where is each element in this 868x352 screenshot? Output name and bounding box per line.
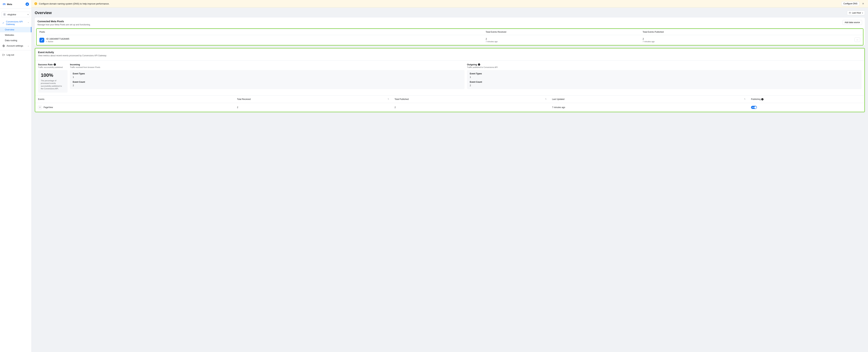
pixel-connection-icon: [39, 38, 44, 42]
svg-point-2: [39, 107, 39, 107]
toggle-label: ON: [752, 107, 754, 108]
sidebar-header: Meta: [0, 0, 31, 8]
user-avatar-icon[interactable]: [26, 2, 29, 6]
event-name: PageView: [43, 106, 53, 109]
gear-icon: [2, 45, 5, 47]
incoming-label: Incoming: [70, 63, 80, 66]
pixel-status: Active: [48, 40, 53, 42]
more-actions-button[interactable]: ···: [855, 37, 860, 42]
dns-banner: ! Configure domain naming system (DNS) t…: [32, 0, 868, 7]
chevron-up-icon: ⌃: [28, 22, 29, 24]
pixel-id: ID 1683499771828485: [46, 37, 69, 40]
sort-icon[interactable]: ⇅: [744, 98, 745, 100]
outgoing-label: Outgoing: [467, 63, 477, 66]
nav-overview[interactable]: Overview: [0, 27, 31, 32]
col-total-received: Total Received: [237, 98, 251, 100]
received-time: 7 minutes ago: [486, 40, 637, 42]
pixel-row: ID 1683499771828485 Active 2 7 minutes a…: [37, 35, 863, 45]
published-value: 2: [643, 37, 794, 40]
info-icon[interactable]: i: [761, 98, 764, 100]
sort-icon[interactable]: ⇅: [545, 98, 547, 100]
info-icon[interactable]: i: [54, 63, 56, 66]
nav-conversions-api-gateway[interactable]: Conversions API Gateway ⌃: [0, 19, 31, 27]
account-selector[interactable]: E elxglokw ▾: [1, 12, 30, 17]
incoming-desc: Traffic received from browser Pixels: [70, 66, 465, 68]
publishing-toggle[interactable]: ON: [751, 106, 757, 109]
pixels-table: Pixels Total Events Received Total Event…: [37, 29, 863, 45]
incoming-types-label: Event Types: [73, 72, 462, 75]
meta-logo: Meta: [2, 2, 12, 6]
event-updated: 7 minutes ago: [549, 103, 748, 112]
configure-dns-button[interactable]: Configure DNS: [841, 1, 859, 6]
success-rate-desc: Traffic successfully published: [38, 66, 67, 68]
banner-text: Configure domain naming system (DNS) to …: [39, 2, 110, 5]
rocket-icon: [2, 22, 4, 24]
success-rate-box-desc: The percentage of processed events succe…: [41, 79, 65, 90]
calendar-icon: [849, 12, 851, 14]
time-range-selector[interactable]: Last Hour ▾: [847, 10, 865, 15]
connected-pixels-card: Connected Meta Pixels Manage how your Me…: [35, 18, 865, 46]
account-name: elxglokw: [7, 13, 26, 16]
logout-button[interactable]: Log out: [0, 52, 31, 58]
activity-title: Event Activity: [38, 51, 862, 54]
outgoing-types-value: 1: [470, 76, 859, 78]
nav-websites[interactable]: Websites: [0, 32, 31, 38]
outgoing-types-label: Event Types: [470, 72, 859, 75]
event-published: 2: [392, 103, 549, 112]
close-icon[interactable]: ✕: [861, 2, 865, 5]
chevron-down-icon: ⌄: [28, 45, 29, 47]
time-range-label: Last Hour: [852, 12, 861, 14]
col-published: Total Events Published: [640, 29, 797, 35]
nav-data-routing[interactable]: Data routing: [0, 38, 31, 43]
sort-icon[interactable]: ⇅: [388, 98, 389, 100]
nav-label: Conversions API Gateway: [6, 20, 26, 26]
pixels-card-title: Connected Meta Pixels: [37, 20, 91, 23]
main-content: ! Configure domain naming system (DNS) t…: [32, 0, 868, 352]
success-rate-value: 100%: [41, 72, 65, 78]
col-received: Total Events Received: [483, 29, 640, 35]
pixels-card-subtitle: Manage how your Meta Pixels are set up a…: [37, 24, 91, 26]
activity-subtitle: View metrics about recent events process…: [38, 54, 862, 57]
event-activity-card: Event Activity View metrics about recent…: [35, 48, 865, 112]
brand-text: Meta: [7, 3, 12, 5]
chevron-down-icon: ▾: [28, 13, 28, 16]
success-rate-label: Success Rate: [38, 63, 53, 66]
received-value: 2: [486, 37, 637, 40]
incoming-types-value: 1: [73, 76, 462, 78]
col-last-updated: Last Updated: [552, 98, 564, 100]
logout-label: Log out: [7, 54, 14, 56]
meta-logo-icon: [2, 2, 6, 6]
outgoing-count-label: Event Count: [470, 81, 859, 83]
svg-point-0: [3, 46, 4, 46]
sidebar: Meta E elxglokw ▾ Conversions API Gatewa…: [0, 0, 32, 352]
page-title: Overview: [35, 10, 52, 15]
event-type-icon: [38, 106, 42, 109]
col-total-published: Total Published: [395, 98, 409, 100]
outgoing-desc: Traffic published to Conversions API: [467, 66, 862, 68]
col-events: Events: [38, 98, 44, 100]
nav-account-settings[interactable]: Account settings ⌄: [0, 43, 31, 49]
published-time: 7 minutes ago: [643, 40, 794, 42]
logout-icon: [2, 54, 5, 56]
col-publishing: Publishing: [751, 98, 761, 100]
nav-settings-label: Account settings: [7, 45, 23, 47]
add-data-source-button[interactable]: Add data source: [842, 20, 862, 25]
col-pixels: Pixels: [37, 29, 483, 35]
event-row: PageView 2 2 7 minutes ago ON: [35, 103, 864, 112]
incoming-count-value: 2: [73, 84, 462, 87]
svg-point-4: [40, 108, 40, 108]
events-table: Events Total Received⇅ Total Published⇅ …: [35, 95, 864, 112]
warning-icon: !: [34, 2, 37, 5]
incoming-count-label: Event Count: [73, 81, 462, 83]
outgoing-count-value: 2: [470, 84, 859, 87]
event-received: 2: [234, 103, 392, 112]
info-icon[interactable]: i: [478, 63, 480, 66]
svg-rect-1: [849, 12, 850, 14]
account-avatar-icon: E: [3, 13, 6, 16]
chevron-down-icon: ▾: [862, 12, 863, 14]
svg-point-3: [40, 107, 41, 107]
